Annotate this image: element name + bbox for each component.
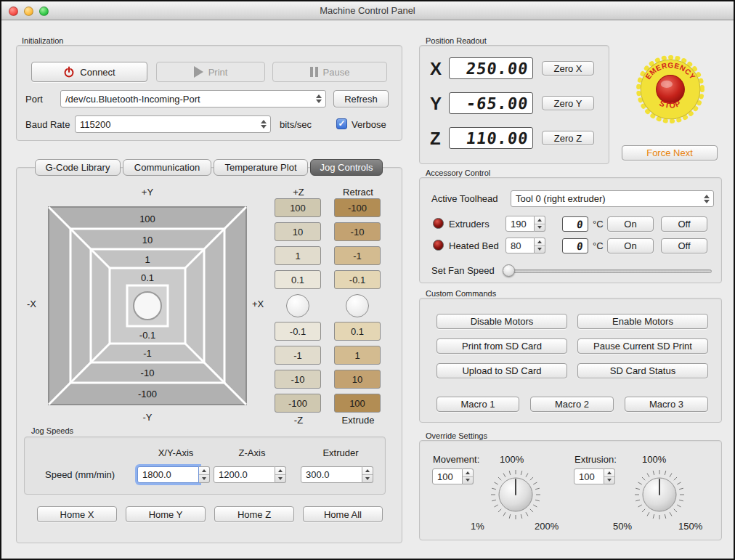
home-y-button[interactable]: Home Y bbox=[126, 506, 206, 522]
fan-slider-thumb[interactable] bbox=[503, 264, 515, 277]
verbose-checkbox[interactable] bbox=[336, 118, 347, 129]
disable-motors-button[interactable]: Disable Motors bbox=[436, 314, 567, 329]
override-settings-group: Movement: 100% 100 1% 200% Extrusion: 10… bbox=[419, 440, 722, 540]
extruder-retract-1[interactable]: -1 bbox=[334, 246, 381, 265]
tab-temperature-plot[interactable]: Temperature Plot bbox=[214, 159, 308, 176]
retract-header: Retract bbox=[329, 187, 387, 198]
extruder-extrude-10[interactable]: 10 bbox=[334, 370, 381, 389]
extrusion-max-label: 150% bbox=[678, 521, 702, 532]
extrusion-stepper[interactable] bbox=[604, 468, 615, 484]
extruder-setpoint-stepper[interactable] bbox=[535, 216, 545, 232]
xy-speed-field[interactable]: 1800.0 bbox=[137, 466, 199, 483]
extruders-label: Extruders bbox=[449, 219, 490, 230]
print-button[interactable]: Print bbox=[156, 62, 265, 82]
bed-setpoint-field[interactable]: 80 bbox=[505, 238, 535, 253]
home-z-button[interactable]: Home Z bbox=[214, 506, 294, 522]
extruder-extrude-0.1[interactable]: 0.1 bbox=[334, 322, 381, 341]
jog-speed-col-z: Z-Axis bbox=[216, 447, 288, 458]
z-jog-plus-10[interactable]: 10 bbox=[275, 222, 321, 241]
bed-off-button[interactable]: Off bbox=[661, 238, 707, 253]
active-toolhead-select[interactable]: Tool 0 (right extruder) bbox=[511, 190, 714, 207]
fan-speed-label: Set Fan Speed bbox=[431, 265, 495, 276]
jog-ring-label: -0.1 bbox=[139, 330, 155, 341]
extruder-setpoint-field[interactable]: 190 bbox=[505, 216, 535, 232]
z-jog-plus-100[interactable]: 100 bbox=[275, 198, 321, 217]
extruder-retract-0.1[interactable]: -0.1 bbox=[334, 270, 381, 289]
extruder-retract-10[interactable]: -10 bbox=[334, 222, 381, 241]
accessory-control-group: Active Toolhead Tool 0 (right extruder) … bbox=[419, 177, 722, 283]
position-readout-group-label: Position Readout bbox=[426, 36, 487, 45]
bed-on-button[interactable]: On bbox=[607, 238, 654, 253]
pause-button[interactable]: Pause bbox=[272, 62, 387, 82]
refresh-button[interactable]: Refresh bbox=[333, 90, 389, 107]
zero-x-button[interactable]: Zero X bbox=[542, 61, 594, 76]
zero-z-button[interactable]: Zero Z bbox=[542, 131, 594, 145]
z-speed-stepper[interactable] bbox=[275, 466, 286, 483]
extrusion-knob[interactable] bbox=[632, 467, 687, 522]
extruder-center-button[interactable] bbox=[346, 294, 369, 317]
machine-control-window: Machine Control Panel Initialization Con… bbox=[0, 0, 735, 560]
z-jog-minus-0.1[interactable]: -0.1 bbox=[275, 322, 321, 341]
z-jog-minus-10[interactable]: -10 bbox=[275, 370, 321, 389]
force-next-button[interactable]: Force Next bbox=[622, 145, 718, 161]
pause-sd-print-button[interactable]: Pause Current SD Print bbox=[577, 338, 708, 354]
z-jog-minus-100[interactable]: -100 bbox=[275, 394, 321, 413]
macro-3-button[interactable]: Macro 3 bbox=[625, 397, 708, 412]
upload-to-sd-button[interactable]: Upload to SD Card bbox=[436, 363, 567, 378]
fan-speed-slider[interactable] bbox=[507, 269, 712, 273]
z-center-button[interactable] bbox=[286, 294, 309, 317]
zero-y-button[interactable]: Zero Y bbox=[542, 96, 594, 110]
emergency-stop-button[interactable]: EMERGENCY STOP bbox=[635, 54, 706, 125]
print-from-sd-button[interactable]: Print from SD Card bbox=[436, 338, 567, 354]
extruder-speed-field[interactable]: 300.0 bbox=[301, 466, 362, 483]
extruder-off-button[interactable]: Off bbox=[661, 216, 707, 232]
extruder-retract-100[interactable]: -100 bbox=[334, 198, 381, 217]
extrusion-label: Extrusion: bbox=[574, 454, 617, 465]
movement-value-field[interactable]: 100 bbox=[432, 468, 463, 484]
extruder-extrude-1[interactable]: 1 bbox=[334, 346, 381, 365]
enable-motors-button[interactable]: Enable Motors bbox=[577, 314, 708, 329]
extruder-extrude-100[interactable]: 100 bbox=[334, 394, 381, 413]
tab-gcode-library[interactable]: G-Code Library bbox=[35, 159, 121, 176]
stop-button-cap[interactable] bbox=[657, 76, 685, 104]
baud-rate-select[interactable]: 115200 bbox=[75, 115, 271, 133]
jog-speed-col-xy: X/Y-Axis bbox=[139, 447, 212, 458]
jog-center-button[interactable] bbox=[134, 292, 161, 320]
jog-axis-label-plus-x: +X bbox=[252, 299, 264, 309]
power-icon bbox=[63, 66, 75, 78]
jog-axis-label-minus-x: -X bbox=[27, 299, 36, 309]
z-jog-plus-1[interactable]: 1 bbox=[275, 246, 321, 265]
extruder-speed-stepper[interactable] bbox=[362, 466, 373, 483]
movement-max-label: 200% bbox=[535, 521, 559, 532]
xy-jog-pad[interactable]: 100 10 1 0.1 -0.1 -1 -10 -100 bbox=[46, 200, 249, 412]
baud-rate-value: 115200 bbox=[80, 119, 110, 130]
z-jog-minus-1[interactable]: -1 bbox=[275, 346, 321, 365]
macro-2-button[interactable]: Macro 2 bbox=[530, 397, 614, 412]
macro-1-button[interactable]: Macro 1 bbox=[436, 397, 519, 412]
movement-stepper[interactable] bbox=[463, 468, 474, 484]
connect-button[interactable]: Connect bbox=[31, 62, 147, 82]
play-icon bbox=[194, 66, 203, 78]
bed-setpoint-stepper[interactable] bbox=[535, 238, 545, 253]
print-label: Print bbox=[208, 67, 228, 78]
port-value: /dev/cu.Bluetooth-Incoming-Port bbox=[65, 94, 200, 105]
sd-card-status-button[interactable]: SD Card Status bbox=[577, 363, 708, 378]
tab-communication[interactable]: Communication bbox=[123, 159, 211, 176]
port-select[interactable]: /dev/cu.Bluetooth-Incoming-Port bbox=[60, 90, 326, 107]
xy-speed-stepper[interactable] bbox=[199, 466, 210, 483]
jog-ring-label: -1 bbox=[143, 348, 152, 359]
home-x-button[interactable]: Home X bbox=[37, 506, 117, 522]
home-all-button[interactable]: Home All bbox=[303, 506, 383, 522]
override-settings-group-label: Override Settings bbox=[426, 431, 487, 440]
baud-rate-label: Baud Rate bbox=[25, 119, 70, 130]
combo-arrows-icon bbox=[316, 94, 322, 103]
jog-speeds-group-label: Jog Speeds bbox=[31, 426, 73, 435]
z-jog-plus-0.1[interactable]: 0.1 bbox=[275, 270, 321, 289]
extruder-on-button[interactable]: On bbox=[607, 216, 654, 232]
z-speed-field[interactable]: 1200.0 bbox=[214, 466, 275, 483]
movement-label: Movement: bbox=[433, 454, 479, 465]
tab-jog-controls[interactable]: Jog Controls bbox=[310, 159, 383, 176]
movement-knob[interactable] bbox=[488, 467, 543, 522]
window-title: Machine Control Panel bbox=[1, 5, 734, 16]
extrusion-value-field[interactable]: 100 bbox=[574, 468, 604, 484]
